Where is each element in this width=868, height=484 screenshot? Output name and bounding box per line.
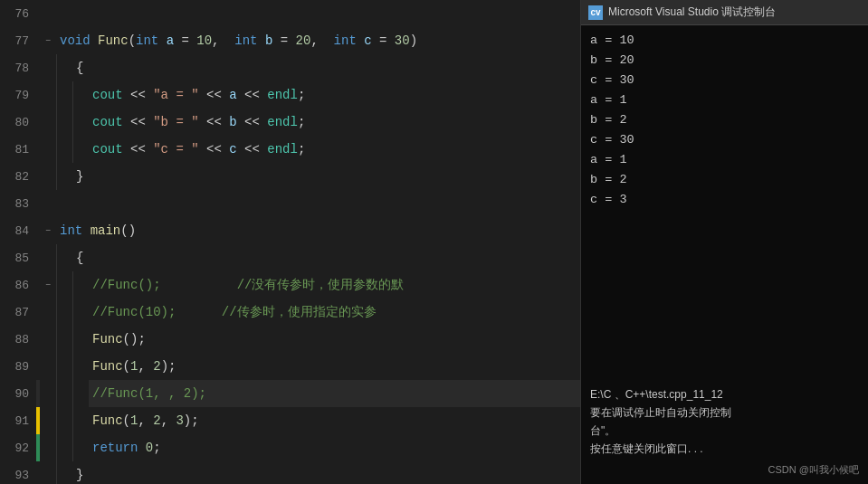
console-output-line: a = 1 <box>590 90 859 110</box>
console-output-line: b = 2 <box>590 110 859 130</box>
indent-guide <box>56 271 72 299</box>
collapse-gutter-85 <box>40 244 56 271</box>
line-number-89: 89 <box>0 353 36 380</box>
indent-guide <box>72 109 89 136</box>
line-number-93: 93 <box>0 461 36 484</box>
code-content-86: //Func(); //没有传参时，使用参数的默 <box>89 271 580 299</box>
indent-guide <box>72 407 89 434</box>
collapse-gutter-84[interactable]: − <box>40 217 56 244</box>
indent-guide <box>56 326 72 353</box>
line-number-78: 78 <box>0 54 36 81</box>
collapse-gutter-93 <box>40 461 56 484</box>
code-content-79: cout << "a = " << a << endl; <box>89 81 580 109</box>
indent-guide <box>72 434 89 461</box>
console-output: a = 10b = 20c = 30a = 1b = 2c = 30a = 1b… <box>581 25 868 382</box>
collapse-gutter-92 <box>40 434 56 461</box>
collapse-gutter-77[interactable]: − <box>40 27 56 54</box>
code-content-76 <box>56 0 580 27</box>
console-titlebar: cv Microsoft Visual Studio 调试控制台 <box>581 0 868 25</box>
indent-guide <box>72 136 89 163</box>
code-content-90: //Func(1, , 2); <box>89 380 580 407</box>
code-line-93: 93} <box>0 461 580 484</box>
line-number-77: 77 <box>0 27 36 54</box>
indent-guide <box>72 299 89 326</box>
collapse-gutter-83 <box>40 190 56 217</box>
code-line-78: 78{ <box>0 54 580 81</box>
console-footer: E:\C 、C++\test.cpp_11_12 要在调试停止时自动关闭控制 台… <box>581 382 868 484</box>
line-number-90: 90 <box>0 380 36 407</box>
indent-guide <box>56 380 72 407</box>
code-line-77: 77−void Func(int a = 10, int b = 20, int… <box>0 27 580 54</box>
console-icon-badge: cv <box>588 5 603 20</box>
line-number-86: 86 <box>0 271 36 299</box>
code-content-81: cout << "c = " << c << endl; <box>89 136 580 163</box>
collapse-gutter-86[interactable]: − <box>40 271 56 299</box>
editor-panel: 7677−void Func(int a = 10, int b = 20, i… <box>0 0 581 484</box>
code-line-79: 79cout << "a = " << a << endl; <box>0 81 580 109</box>
indent-guide <box>72 353 89 380</box>
code-content-82: } <box>72 163 580 190</box>
indent-guide <box>56 81 72 109</box>
code-line-76: 76 <box>0 0 580 27</box>
code-content-83 <box>56 190 580 217</box>
code-line-84: 84−int main() <box>0 217 580 244</box>
collapse-gutter-89 <box>40 353 56 380</box>
line-number-83: 83 <box>0 190 36 217</box>
collapse-gutter-82 <box>40 163 56 190</box>
line-number-88: 88 <box>0 326 36 353</box>
code-content-78: { <box>72 54 580 81</box>
code-content-87: //Func(10); //传参时，使用指定的实参 <box>89 299 580 326</box>
collapse-gutter-87 <box>40 299 56 326</box>
path-line: E:\C 、C++\test.cpp_11_12 <box>590 385 859 403</box>
code-content-88: Func(); <box>89 326 580 353</box>
notice-line1: 要在调试停止时自动关闭控制 <box>590 403 859 422</box>
console-output-line: a = 10 <box>590 31 859 51</box>
collapse-gutter-80 <box>40 109 56 136</box>
console-output-line: a = 1 <box>590 150 859 170</box>
code-line-82: 82} <box>0 163 580 190</box>
code-line-80: 80cout << "b = " << b << endl; <box>0 109 580 136</box>
line-number-76: 76 <box>0 0 36 27</box>
console-output-line: c = 3 <box>590 190 859 210</box>
line-number-84: 84 <box>0 217 36 244</box>
code-line-86: 86−//Func(); //没有传参时，使用参数的默 <box>0 271 580 299</box>
notice-line2: 台"。 <box>590 422 859 440</box>
indent-guide <box>56 163 72 190</box>
line-number-87: 87 <box>0 299 36 326</box>
console-panel: cv Microsoft Visual Studio 调试控制台 a = 10b… <box>581 0 868 484</box>
collapse-gutter-81 <box>40 136 56 163</box>
code-content-77: void Func(int a = 10, int b = 20, int c … <box>56 27 580 54</box>
watermark: CSDN @叫我小候吧 <box>590 463 859 477</box>
code-line-88: 88Func(); <box>0 326 580 353</box>
code-content-84: int main() <box>56 217 580 244</box>
console-output-line: b = 20 <box>590 51 859 71</box>
code-container: 7677−void Func(int a = 10, int b = 20, i… <box>0 0 580 484</box>
code-content-89: Func(1, 2); <box>89 353 580 380</box>
indent-guide <box>56 461 72 484</box>
console-title: Microsoft Visual Studio 调试控制台 <box>608 5 776 20</box>
console-output-line: c = 30 <box>590 130 859 150</box>
code-line-85: 85{ <box>0 244 580 271</box>
line-number-85: 85 <box>0 244 36 271</box>
line-number-80: 80 <box>0 109 36 136</box>
line-number-91: 91 <box>0 407 36 434</box>
indent-guide <box>56 353 72 380</box>
code-line-83: 83 <box>0 190 580 217</box>
indent-guide <box>72 380 89 407</box>
indent-guide <box>56 434 72 461</box>
collapse-gutter-88 <box>40 326 56 353</box>
collapse-gutter-91 <box>40 407 56 434</box>
indent-guide <box>56 54 72 81</box>
code-content-92: return 0; <box>89 434 580 461</box>
console-output-line: c = 30 <box>590 71 859 90</box>
collapse-gutter-78 <box>40 54 56 81</box>
line-number-82: 82 <box>0 163 36 190</box>
code-content-91: Func(1, 2, 3); <box>89 407 580 434</box>
indent-guide <box>56 299 72 326</box>
indent-guide <box>56 407 72 434</box>
indent-guide <box>72 271 89 299</box>
code-line-87: 87//Func(10); //传参时，使用指定的实参 <box>0 299 580 326</box>
code-content-80: cout << "b = " << b << endl; <box>89 109 580 136</box>
indent-guide <box>56 109 72 136</box>
code-line-89: 89Func(1, 2); <box>0 353 580 380</box>
